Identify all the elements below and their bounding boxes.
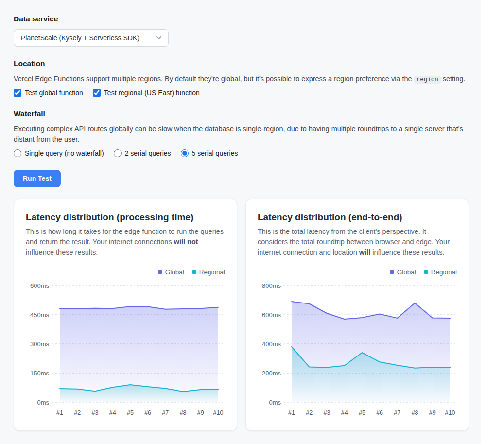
regional-legend-dot	[424, 270, 428, 274]
svg-text:#4: #4	[109, 409, 116, 416]
svg-text:#1: #1	[288, 409, 295, 416]
card-description-suffix: influence these results.	[26, 249, 98, 256]
legend-item-global: Global	[390, 268, 416, 276]
legend-item-regional: Regional	[192, 268, 225, 276]
svg-text:#9: #9	[197, 409, 204, 416]
svg-text:#10: #10	[445, 409, 455, 416]
two-serial-queries-radio[interactable]	[114, 149, 122, 157]
checkbox-label: Test global function	[25, 89, 83, 97]
region-code-chip: region	[414, 76, 441, 84]
legend-label: Regional	[199, 268, 225, 276]
svg-text:#2: #2	[74, 409, 81, 416]
card-description-bold: will not	[174, 238, 198, 246]
svg-text:800ms: 800ms	[262, 282, 281, 289]
svg-text:600ms: 600ms	[30, 282, 50, 289]
location-description-text: Vercel Edge Functions support multiple r…	[14, 75, 414, 83]
waterfall-heading: Waterfall	[14, 109, 467, 118]
svg-text:#6: #6	[144, 409, 151, 416]
svg-text:#9: #9	[429, 409, 436, 416]
svg-text:#3: #3	[323, 409, 330, 416]
legend-label: Global	[397, 268, 416, 276]
legend-item-global: Global	[158, 268, 184, 276]
legend-item-regional: Regional	[424, 268, 457, 276]
checkbox-label: Test regional (US East) function	[104, 89, 200, 97]
svg-text:#4: #4	[341, 409, 348, 416]
radio-single-query[interactable]: Single query (no waterfall)	[14, 149, 104, 157]
svg-text:600ms: 600ms	[262, 311, 281, 319]
app-panel: Data service PlanetScale (Kysely + Serve…	[0, 0, 481, 444]
card-title: Latency distribution (processing time)	[26, 212, 225, 223]
location-description-suffix: setting.	[441, 75, 466, 83]
svg-text:#7: #7	[162, 409, 169, 416]
svg-text:#10: #10	[213, 409, 224, 416]
svg-text:#8: #8	[412, 409, 418, 416]
svg-text:#1: #1	[56, 409, 63, 416]
card-description-suffix: influence these results.	[370, 249, 444, 256]
legend-label: Global	[165, 268, 184, 276]
checkbox-test-regional[interactable]: Test regional (US East) function	[93, 89, 200, 97]
charts-row: Latency distribution (processing time) T…	[14, 199, 467, 431]
chevron-down-icon	[156, 35, 162, 41]
global-legend-dot	[158, 270, 162, 274]
data-service-select-value: PlanetScale (Kysely + Serverless SDK)	[21, 34, 139, 42]
test-global-checkbox[interactable]	[14, 89, 21, 97]
svg-text:0ms: 0ms	[269, 399, 281, 406]
chart-legend: Global Regional	[258, 268, 457, 276]
chart-legend: Global Regional	[26, 268, 225, 276]
radio-label: 5 serial queries	[192, 149, 238, 157]
data-service-heading: Data service	[14, 15, 467, 23]
svg-text:200ms: 200ms	[262, 370, 281, 377]
end-to-end-chart: 0ms200ms400ms600ms800ms#1#2#3#4#5#6#7#8#…	[258, 279, 458, 421]
data-service-select[interactable]: PlanetScale (Kysely + Serverless SDK)	[14, 29, 169, 47]
radio-label: Single query (no waterfall)	[25, 149, 104, 157]
radio-label: 2 serial queries	[125, 149, 171, 157]
radio-5-serial-queries[interactable]: 5 serial queries	[181, 149, 238, 157]
regional-legend-dot	[192, 270, 196, 274]
svg-text:#5: #5	[127, 409, 134, 416]
card-title: Latency distribution (end-to-end)	[258, 212, 457, 223]
svg-text:#3: #3	[91, 409, 98, 416]
svg-text:150ms: 150ms	[30, 370, 50, 377]
processing-time-chart: 0ms150ms300ms450ms600ms#1#2#3#4#5#6#7#8#…	[26, 279, 226, 421]
checkbox-test-global[interactable]: Test global function	[14, 89, 83, 97]
end-to-end-card: Latency distribution (end-to-end) This i…	[245, 199, 469, 431]
processing-time-card: Latency distribution (processing time) T…	[14, 199, 237, 431]
card-description: This is the total latency from the clien…	[258, 227, 457, 258]
test-regional-checkbox[interactable]	[93, 89, 101, 97]
legend-label: Regional	[431, 268, 457, 276]
svg-text:400ms: 400ms	[262, 340, 281, 348]
location-heading: Location	[14, 59, 467, 68]
card-description: This is how long it takes for the edge f…	[26, 227, 225, 258]
location-description: Vercel Edge Functions support multiple r…	[14, 74, 467, 84]
single-query-radio[interactable]	[14, 149, 21, 157]
global-legend-dot	[390, 270, 394, 274]
svg-text:#8: #8	[180, 409, 187, 416]
svg-text:300ms: 300ms	[30, 340, 50, 348]
waterfall-description: Executing complex API routes globally ca…	[14, 124, 467, 144]
waterfall-radio-group: Single query (no waterfall) 2 serial que…	[14, 149, 467, 157]
svg-text:0ms: 0ms	[37, 399, 49, 406]
svg-text:#7: #7	[394, 409, 400, 416]
svg-text:#5: #5	[359, 409, 365, 416]
five-serial-queries-radio[interactable]	[181, 149, 189, 157]
radio-2-serial-queries[interactable]: 2 serial queries	[114, 149, 171, 157]
location-checkbox-group: Test global function Test regional (US E…	[14, 89, 467, 97]
svg-text:450ms: 450ms	[30, 311, 50, 319]
card-description-bold: will	[359, 249, 370, 256]
run-test-button[interactable]: Run Test	[14, 170, 61, 187]
svg-text:#2: #2	[306, 409, 313, 416]
svg-text:#6: #6	[376, 409, 383, 416]
